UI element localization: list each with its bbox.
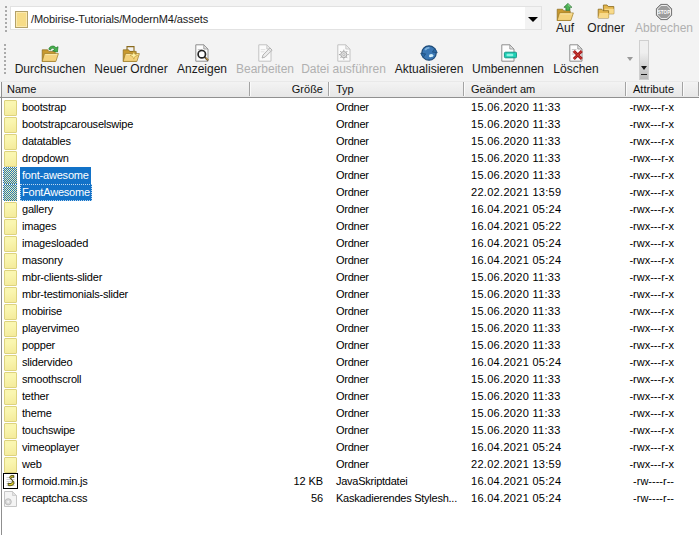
svg-text:STOP: STOP — [658, 10, 670, 15]
